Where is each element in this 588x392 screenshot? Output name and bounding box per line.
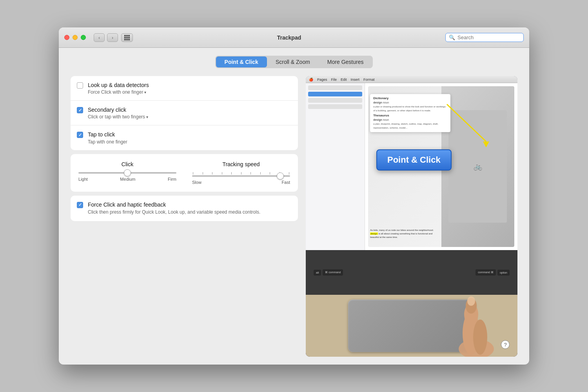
sidebar-item-1 <box>308 85 362 90</box>
finger-icon <box>451 294 502 357</box>
minimize-button[interactable] <box>73 35 78 40</box>
tab-more-gestures[interactable]: More Gestures <box>319 56 372 67</box>
click-slider-labels: Light Medium Firm <box>78 177 176 181</box>
menu-file: File <box>331 78 337 82</box>
back-button[interactable]: ‹ <box>94 33 105 42</box>
dict-title: Dictionary <box>373 96 447 100</box>
tabs-container: Point & Click Scroll & Zoom More Gesture… <box>71 56 517 68</box>
right-keys: command ⌘ option <box>475 269 510 276</box>
tap-sublabel: Tap with one finger <box>88 139 292 145</box>
left-keys: alt ⌘ command <box>314 269 343 276</box>
mac-menubar: 🍎 Pages File Edit Insert Format <box>306 76 517 83</box>
click-slider-container: Light Medium Firm <box>78 172 176 181</box>
content-area: Point & Click Scroll & Zoom More Gesture… <box>59 48 529 365</box>
dict-thesaurus: Thesaurus design noun a plan, blueprint,… <box>373 114 447 129</box>
option-row-secondary: Secondary click Click or tap with two fi… <box>71 101 298 125</box>
sliders-row: Click Light Medium Firm <box>78 161 290 185</box>
mac-screen: 🍎 Pages File Edit Insert Format <box>306 76 517 250</box>
key-command-right: command ⌘ <box>475 269 496 276</box>
lookup-dropdown-arrow[interactable]: ▾ <box>144 90 146 94</box>
secondary-dropdown-arrow[interactable]: ▾ <box>146 115 148 119</box>
tracking-slider-group: Tracking speed <box>192 161 290 185</box>
sliders-section: Click Light Medium Firm <box>71 154 298 192</box>
tap-label: Tap to click <box>88 131 292 138</box>
secondary-text: Secondary click Click or tap with two fi… <box>88 106 292 120</box>
menu-edit: Edit <box>341 78 347 82</box>
mac-content-img: BIKES 🚲 Dictionary design noun <box>368 86 514 247</box>
grid-button[interactable] <box>121 33 133 42</box>
menu-apple: 🍎 <box>309 78 313 82</box>
mac-content-area: BIKES 🚲 Dictionary design noun <box>365 83 517 250</box>
tap-text: Tap to click Tap with one finger <box>88 131 292 144</box>
preview-image: 🍎 Pages File Edit Insert Format <box>306 76 517 357</box>
checkboxes-section: Look up & data detectors Force Click wit… <box>71 76 298 150</box>
click-slider-group: Click Light Medium Firm <box>78 161 176 185</box>
option-row-tap: Tap to click Tap with one finger <box>71 125 298 150</box>
main-area: Look up & data detectors Force Click wit… <box>71 76 517 357</box>
mac-sidebar <box>306 83 365 250</box>
lookup-sublabel: Force Click with one finger ▾ <box>88 89 292 95</box>
tabs: Point & Click Scroll & Zoom More Gesture… <box>215 56 373 68</box>
bike-photo: 🚲 <box>441 86 514 247</box>
keyboard-area: alt ⌘ command command ⌘ option <box>306 250 517 295</box>
tracking-slider-track[interactable] <box>192 175 290 177</box>
search-input[interactable] <box>457 34 520 40</box>
maximize-button[interactable] <box>81 35 86 40</box>
lookup-label: Look up & data detectors <box>88 82 292 89</box>
close-button[interactable] <box>64 35 69 40</box>
tracking-slider-title: Tracking speed <box>222 161 260 167</box>
key-command-left: ⌘ command <box>323 269 343 276</box>
click-slider-thumb[interactable] <box>124 169 131 176</box>
click-label-medium: Medium <box>120 177 135 181</box>
key-alt-right: option <box>497 270 510 276</box>
tracking-ticks <box>192 172 290 174</box>
tracking-slider-container: Slow Fast <box>192 172 290 185</box>
force-click-text: Force Click and haptic feedback Click th… <box>88 201 292 216</box>
tap-checkbox[interactable] <box>77 132 83 138</box>
lookup-text: Look up & data detectors Force Click wit… <box>88 82 292 95</box>
highlighted-word: design <box>370 232 378 235</box>
tracking-label-slow: Slow <box>192 180 201 185</box>
sidebar-item-4 <box>308 104 362 109</box>
click-label-firm: Firm <box>168 177 176 181</box>
click-label-light: Light <box>78 177 88 181</box>
bike-image-placeholder: 🚲 <box>448 110 507 223</box>
force-click-section: Force Click and haptic feedback Click th… <box>71 196 298 221</box>
thesaurus-body: design noun a plan, blueprint, drawing, … <box>373 118 447 129</box>
traffic-lights <box>64 35 86 40</box>
tab-scroll-zoom[interactable]: Scroll & Zoom <box>267 56 319 67</box>
click-slider-track[interactable] <box>78 172 176 174</box>
lookup-checkbox[interactable] <box>77 82 83 89</box>
force-click-label: Force Click and haptic feedback <box>88 201 292 208</box>
secondary-checkbox[interactable] <box>77 107 83 113</box>
search-box[interactable]: 🔍 <box>445 33 524 42</box>
click-slider-title: Click <box>122 161 133 167</box>
tracking-slider-labels: Slow Fast <box>192 180 290 185</box>
force-click-row: Force Click and haptic feedback Click th… <box>77 201 292 216</box>
dict-body: design noun a plan or drawing produced t… <box>373 101 447 112</box>
dictionary-popup: Dictionary design noun a plan or drawing… <box>370 94 450 132</box>
right-panel: 🍎 Pages File Edit Insert Format <box>306 76 517 357</box>
nav-buttons: ‹ › <box>94 33 118 42</box>
menu-insert: Insert <box>351 78 360 82</box>
grid-icon <box>124 35 130 40</box>
tracking-label-fast: Fast <box>282 180 290 185</box>
main-window: ‹ › Trackpad 🔍 Point & Click Scroll & Zo… <box>59 27 529 365</box>
tab-point-click[interactable]: Point & Click <box>216 56 267 67</box>
search-icon: 🔍 <box>449 34 455 40</box>
sidebar-item-2 <box>308 92 362 96</box>
menu-format: Format <box>363 78 375 82</box>
secondary-label: Secondary click <box>88 106 292 113</box>
sidebar-item-3 <box>308 98 362 103</box>
svg-point-2 <box>473 319 487 355</box>
page-content-text: As kids, many of us rode our bikes aroun… <box>370 229 440 239</box>
help-button[interactable]: ? <box>501 340 510 349</box>
key-alt-left: alt <box>314 270 321 276</box>
left-panel: Look up & data detectors Force Click wit… <box>71 76 298 357</box>
option-row-lookup: Look up & data detectors Force Click wit… <box>71 76 298 101</box>
forward-button[interactable]: › <box>107 33 118 42</box>
force-click-checkbox[interactable] <box>77 202 83 208</box>
tracking-slider-thumb[interactable] <box>277 172 284 180</box>
thesaurus-title: Thesaurus <box>373 114 447 117</box>
svg-point-5 <box>467 296 475 306</box>
